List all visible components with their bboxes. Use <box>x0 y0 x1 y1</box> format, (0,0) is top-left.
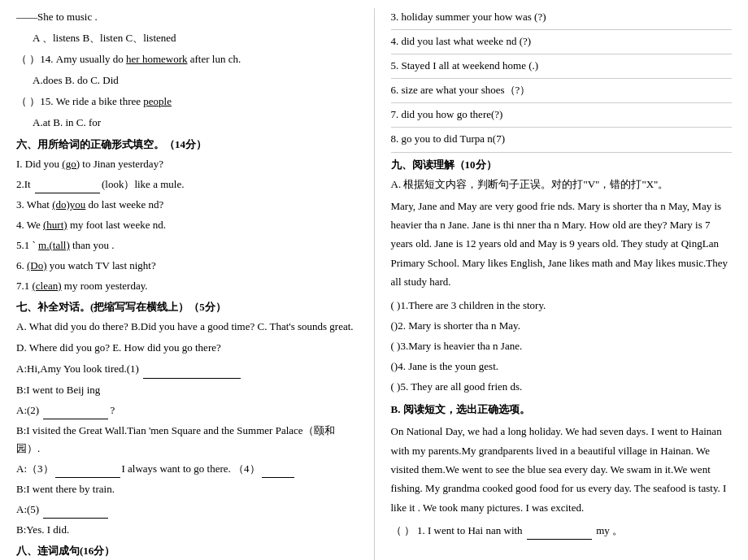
s9-A-item3: ( )3.Mary is heavier tha n Jane. <box>391 337 733 355</box>
s9-A-item1: ( )1.There are 3 children in the story. <box>391 297 733 315</box>
intro-line-4: A.does B. do C. Did <box>16 72 358 89</box>
s9-A-title: A. 根据短文内容，判断句子正误。对的打"V"，错的打"X"。 <box>391 176 733 193</box>
s6-item-1: I. Did you (go) to Jinan yesterday? <box>16 155 358 173</box>
s6-item-5: 5.1 ` m.(tall) than you . <box>16 237 358 254</box>
r-item-6: 6. size are what your shoes（?） <box>391 81 733 103</box>
intro-line-5: （ ）15. We ride a bike three people <box>16 93 358 111</box>
section7-title: 七、补全对话。(把缩写写在横线上）（5分） <box>16 300 358 315</box>
right-column: 3. holiday summer your how was (?) 4. di… <box>374 8 733 560</box>
s7-dialog-8: B:Yes. I did. <box>16 521 358 539</box>
page-container: ——She to music . A 、listens B、listen C、l… <box>16 8 732 560</box>
r-item-5: 5. Stayed I all at weekend home (.) <box>391 57 733 79</box>
s7-dialog-1: A:Hi,Amy You look tired.(1) <box>16 360 358 378</box>
s9-B-title: B. 阅读短文，选出正确选项。 <box>391 401 733 419</box>
intro-line-1: ——She to music . <box>16 8 358 26</box>
s6-item-6: 6. (Do) you watch TV last night? <box>16 257 358 275</box>
s9-A-item2: ()2. Mary is shorter tha n May. <box>391 317 733 335</box>
r-item-7: 7. did you how go there(?) <box>391 106 733 128</box>
intro-line-3: （ ）14. Amy usually do her homework after… <box>16 50 358 68</box>
s9-A-passage: Mary, Jane and May are very good frie nd… <box>391 197 733 292</box>
s7-dialog-5: A:（3）I always want to go there. （4） <box>16 460 358 478</box>
s6-item-3: 3. What (do)you do last weeke nd? <box>16 196 358 214</box>
r-item-3: 3. holiday summer your how was (?) <box>391 8 733 30</box>
s9-B-item1: （ ） 1. I went to Hai nan with my 。 <box>391 522 733 540</box>
intro-line-2: A 、listens B、listen C、listened <box>16 29 358 47</box>
s6-item-2: 2.It (look）like a mule. <box>16 176 358 193</box>
s7-dialog-2: B:I went to Beij ing <box>16 381 358 399</box>
s7-dialog-6: B:I went there by train. <box>16 480 358 498</box>
s6-item-7: 7.1 (clean) my room yesterday. <box>16 277 358 295</box>
r-item-4: 4. did you last what weeke nd (?) <box>391 33 733 54</box>
section9-title: 九、阅读理解（10分） <box>391 158 733 172</box>
s9-A-item5: ( )5. They are all good frien ds. <box>391 378 733 396</box>
s9-A-item4: ()4. Jane is the youn gest. <box>391 358 733 376</box>
s7-intro2: D. Where did you go? E. How did you go t… <box>16 339 358 357</box>
s6-item-4: 4. We (hurt) my foot last weeke nd. <box>16 216 358 234</box>
s7-dialog-7: A:(5) <box>16 501 358 519</box>
section8-title: 八、连词成句(16分） <box>16 544 358 558</box>
s9-B-passage: On National Day, we had a long holiday. … <box>391 422 733 517</box>
intro-line-6: A.at B. in C. for <box>16 114 358 132</box>
s7-dialog-4: B:I visited the Great Wall.Tian 'men Squ… <box>16 422 358 458</box>
section6-title: 六、用所给词的正确形式填空。（14分） <box>16 137 358 152</box>
r-item-8: 8. go you to did Turpa n(7) <box>391 130 733 152</box>
left-column: ——She to music . A 、listens B、listen C、l… <box>16 8 358 560</box>
s7-dialog-3: A:(2) ? <box>16 402 358 419</box>
s7-intro1: A. What did you do there? B.Did you have… <box>16 318 358 336</box>
